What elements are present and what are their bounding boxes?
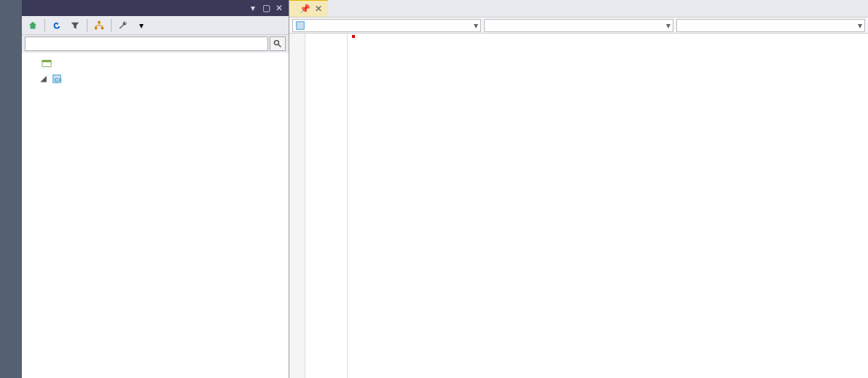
solution-node[interactable]	[22, 55, 289, 71]
svg-rect-1	[95, 26, 98, 29]
wrench-icon[interactable]	[115, 18, 131, 34]
solution-icon	[41, 58, 52, 69]
member-combo[interactable]: ▾	[484, 19, 673, 32]
ide-left-rail	[0, 0, 22, 378]
panel-titlebar: ▾ ▢ ✕	[22, 0, 289, 16]
project-combo[interactable]: ▾	[292, 19, 481, 32]
code-editor: 📌 ✕ ▾ ▾ ▾	[289, 0, 868, 378]
annotation-box	[352, 35, 355, 38]
code-content[interactable]	[348, 34, 868, 378]
more-icon[interactable]: ▾	[133, 18, 149, 34]
csproj-icon: C#	[51, 73, 63, 85]
project-node[interactable]: ◢ C#	[22, 71, 289, 86]
line-numbers	[305, 34, 337, 378]
editor-navbar: ▾ ▾ ▾	[289, 18, 868, 34]
chevron-down-icon: ▾	[474, 20, 478, 31]
svg-rect-0	[98, 20, 101, 23]
scope-combo[interactable]: ▾	[676, 19, 865, 32]
solution-tree[interactable]: ◢ C#	[22, 53, 289, 378]
editor-tab-program[interactable]: 📌 ✕	[289, 0, 328, 17]
expand-icon[interactable]: ◢	[39, 74, 48, 82]
svg-rect-8	[297, 21, 305, 29]
code-area[interactable]	[289, 34, 868, 378]
sync-icon[interactable]	[49, 18, 65, 34]
chevron-down-icon: ▾	[858, 20, 862, 31]
home-icon[interactable]	[25, 18, 41, 34]
solution-explorer-panel: ▾ ▢ ✕ ▾ ◢	[22, 0, 289, 378]
svg-rect-2	[101, 26, 104, 29]
solution-search-input[interactable]	[25, 36, 268, 51]
tab-close-icon[interactable]: ✕	[315, 4, 322, 14]
filter-icon[interactable]	[67, 18, 83, 34]
outline-gutter	[289, 34, 305, 378]
tab-pin-icon[interactable]: 📌	[300, 4, 310, 14]
panel-close-icon[interactable]: ✕	[274, 3, 284, 13]
panel-pin-icon[interactable]: ▢	[261, 3, 271, 13]
svg-point-3	[275, 41, 279, 45]
panel-dropdown-icon[interactable]: ▾	[248, 3, 258, 13]
editor-tabs: 📌 ✕	[289, 0, 868, 18]
chevron-down-icon: ▾	[666, 20, 670, 31]
hierarchy-icon[interactable]	[91, 18, 107, 34]
svg-rect-5	[42, 60, 51, 62]
fold-gutter[interactable]	[337, 34, 348, 378]
search-button[interactable]	[270, 36, 286, 51]
svg-text:C#: C#	[55, 76, 63, 82]
solution-toolbar: ▾	[22, 16, 289, 35]
